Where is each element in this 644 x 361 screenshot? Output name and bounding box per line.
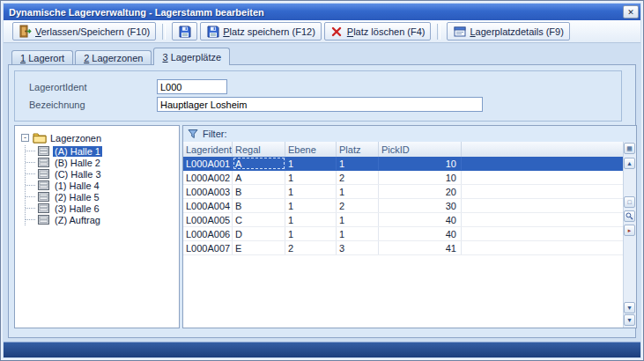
collapse-toggle[interactable]: -: [21, 134, 29, 142]
column-header-ebene[interactable]: Ebene: [285, 142, 337, 157]
zone-icon: [38, 158, 49, 167]
cell-ebene: 2: [285, 241, 337, 254]
column-header-platz[interactable]: Platz: [337, 142, 379, 157]
cell-filler: [462, 157, 624, 170]
cell-lagerident: L000A004: [183, 199, 233, 212]
nav-select-button[interactable]: □: [624, 196, 635, 208]
tree-item-auftrag[interactable]: (Z) Auftrag: [26, 214, 179, 225]
cell-regal: D: [233, 227, 285, 240]
cell-ebene: 1: [285, 227, 337, 240]
floppy-icon: [178, 25, 191, 38]
bezeichnung-label: Bezeichnung: [29, 99, 85, 110]
place-delete-button[interactable]: Platz löschen (F4): [324, 22, 432, 41]
table-row[interactable]: L000A004 B 1 2 30: [183, 199, 624, 213]
cell-platz: 1: [337, 227, 379, 240]
cell-ebene: 1: [285, 185, 337, 198]
tab-label: 1 Lagerort: [20, 53, 64, 63]
filter-icon: [188, 129, 198, 139]
close-button[interactable]: ✕: [623, 5, 639, 18]
cell-regal: B: [233, 199, 285, 212]
table-row[interactable]: L000A005 C 1 1 40: [183, 213, 624, 227]
cell-platz: 1: [337, 213, 379, 226]
tab-lagerort[interactable]: 1 Lagerort: [11, 50, 73, 65]
cell-lagerident: L000A006: [183, 227, 233, 240]
tab-lagerzonen[interactable]: 2 Lagerzonen: [75, 50, 152, 65]
cell-filler: [462, 171, 624, 184]
filter-bar[interactable]: Filter:: [183, 126, 636, 143]
table-row[interactable]: L000A002 A 1 2 10: [183, 171, 624, 185]
cell-ebene: 1: [285, 199, 337, 212]
nav-search-button[interactable]: [624, 210, 635, 222]
place-details-button[interactable]: Lagerplatzdetails (F9): [447, 22, 569, 41]
column-header-pickid[interactable]: PickID: [379, 142, 462, 157]
play-icon: ▸: [628, 227, 632, 234]
bezeichnung-field[interactable]: [157, 97, 483, 112]
tab-strip: 1 Lagerort 2 Lagerzonen 3 Lagerplätze: [8, 48, 636, 65]
cell-ebene: 1: [285, 171, 337, 184]
chevron-down-icon: ▼: [626, 317, 633, 323]
button-label: Verlassen/Speichern (F10): [35, 26, 150, 37]
tree-item-label: (2) Halle 5: [53, 192, 101, 203]
chevron-up-icon: ▲: [626, 160, 633, 166]
cell-pickid: 40: [379, 213, 462, 226]
column-header-regal[interactable]: Regal: [233, 142, 285, 157]
app-window: Dynamische Lagerverwaltung - Lagerstamm …: [0, 0, 644, 361]
tree-root[interactable]: - Lagerzonen: [15, 126, 179, 145]
details-icon: [453, 25, 466, 38]
grid-scrollbar[interactable]: ▦ ▲ □ ▸ ▼ ▼: [623, 142, 636, 328]
customize-icon: ▦: [626, 145, 633, 152]
tree-item-halle4[interactable]: (1) Halle 4: [26, 180, 179, 191]
toolbar-separator: [437, 24, 440, 40]
cell-filler: [462, 199, 624, 212]
scroll-down-button[interactable]: ▼: [624, 302, 635, 313]
table-row[interactable]: L000A006 D 1 1 40: [183, 227, 624, 241]
toolbar-separator: [162, 24, 166, 40]
lagerortident-field[interactable]: [157, 79, 227, 94]
tree-item-halle3[interactable]: (C) Halle 3: [26, 168, 179, 180]
leave-save-button[interactable]: Verlassen/Speichern (F10): [12, 22, 156, 41]
cell-filler: [462, 241, 624, 254]
title-bar: Dynamische Lagerverwaltung - Lagerstamm …: [4, 4, 640, 20]
cell-ebene: 1: [285, 157, 337, 170]
cell-regal-focused: A: [233, 157, 285, 170]
button-label: Platz löschen (F4): [347, 26, 426, 37]
grid-body: L000A001 A 1 1 10 L000A002 A 1 2 10 L000…: [183, 157, 624, 328]
cell-platz: 1: [337, 185, 379, 198]
nav-post-button[interactable]: ▸: [624, 225, 635, 236]
tree-item-label: (B) Halle 2: [53, 158, 102, 168]
scroll-up-button[interactable]: ▲: [624, 158, 635, 169]
tree-root-label: Lagerzonen: [50, 133, 101, 144]
tree-item-halle6[interactable]: (3) Halle 6: [26, 203, 179, 214]
tree-item-halle2[interactable]: (B) Halle 2: [26, 157, 179, 168]
tree-item-label: (A) Halle 1: [53, 146, 102, 157]
toolbar: Verlassen/Speichern (F10) Platz speicher…: [4, 20, 640, 43]
table-row[interactable]: L000A001 A 1 1 10: [183, 157, 624, 171]
tree-item-halle1[interactable]: (A) Halle 1: [26, 145, 179, 157]
save-button[interactable]: [172, 22, 197, 41]
tab-label: 3 Lagerplätze: [162, 52, 221, 63]
cell-regal: C: [233, 213, 285, 226]
customize-button[interactable]: ▦: [624, 143, 635, 154]
scroll-page-down-button[interactable]: ▼: [624, 314, 635, 326]
table-row[interactable]: L000A007 E 2 3 41: [183, 241, 624, 255]
cell-filler: [462, 213, 624, 226]
cell-lagerident: L000A001: [183, 157, 233, 170]
column-header-lagerident[interactable]: Lagerident: [183, 142, 233, 157]
cell-lagerident: L000A002: [183, 171, 233, 184]
tab-lagerplaetze[interactable]: 3 Lagerplätze: [153, 48, 230, 65]
tree-item-halle5[interactable]: (2) Halle 5: [26, 191, 179, 203]
zone-icon: [38, 192, 49, 202]
cell-platz: 2: [337, 199, 379, 212]
chevron-down-icon: ▼: [626, 305, 633, 311]
tree-children: (A) Halle 1 (B) Halle 2 (C) Halle 3 (1) …: [25, 145, 179, 225]
cell-filler: [462, 227, 624, 240]
table-row[interactable]: L000A003 B 1 1 20: [183, 185, 624, 199]
place-save-button[interactable]: Platz speichern (F12): [200, 22, 322, 41]
cell-pickid: 20: [379, 185, 462, 198]
zone-icon: [38, 180, 49, 190]
cell-pickid: 10: [379, 157, 462, 170]
cell-pickid: 40: [379, 227, 462, 240]
cell-lagerident: L000A005: [183, 213, 233, 226]
cell-pickid: 30: [379, 199, 462, 212]
cell-lagerident: L000A007: [183, 241, 233, 254]
